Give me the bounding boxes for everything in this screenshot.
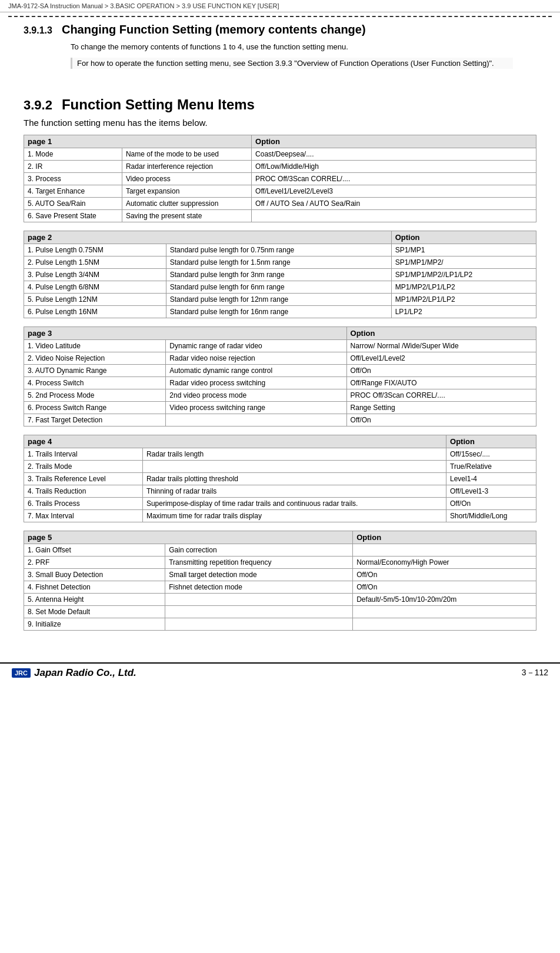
footer: JRC Japan Radio Co., Ltd. 3－112	[0, 662, 560, 682]
row-option: SP1/MP1	[391, 244, 536, 256]
row-desc: Radar interference rejection	[122, 161, 251, 173]
row-option: Off/On	[346, 365, 536, 377]
row-option: Off/Level1/Level2	[346, 352, 536, 365]
row-desc: Target expansion	[122, 185, 251, 198]
row-option: LP1/LP2	[391, 306, 536, 318]
table-row: 5. Antenna Height Default/-5m/5-10m/10-2…	[24, 594, 536, 606]
row-option: PROC Off/3Scan CORREL/....	[346, 389, 536, 402]
table-row: 4. Trails Reduction Thinning of radar tr…	[24, 485, 536, 498]
table-row: 6. Pulse Length 16NM Standard pulse leng…	[24, 306, 536, 318]
row-desc: Small target detection mode	[165, 569, 353, 581]
section-391-title: Changing Function Setting (memory conten…	[62, 23, 366, 36]
page4-option-label: Option	[446, 435, 536, 448]
row-item: 3. Trails Reference Level	[24, 473, 143, 485]
table-row: 8. Set Mode Default	[24, 606, 536, 618]
table-row: 6. Trails Process Superimpose-display of…	[24, 498, 536, 510]
page5-table-section: page 5 Option 1. Gain Offset Gain correc…	[24, 531, 536, 631]
table-row: 3. Process Video process PROC Off/3Scan …	[24, 173, 536, 185]
page1-table: page 1 Option 1. Mode Name of the mode t…	[24, 135, 536, 222]
page1-option-label: Option	[252, 135, 536, 148]
row-item: 7. Max Interval	[24, 510, 143, 522]
row-item: 5. Antenna Height	[24, 594, 165, 606]
page1-header-row: page 1 Option	[24, 135, 536, 148]
row-item: 5. 2nd Process Mode	[24, 389, 166, 402]
row-desc: Standard pulse length for 6nm range	[166, 281, 391, 294]
table-row: 2. Trails Mode True/Relative	[24, 461, 536, 473]
row-desc: Automatic dynamic range control	[166, 365, 346, 377]
row-option: True/Relative	[446, 461, 536, 473]
table-row: 9. Initialize	[24, 618, 536, 631]
row-item: 3. AUTO Dynamic Range	[24, 365, 166, 377]
row-desc	[165, 594, 353, 606]
row-desc: Video process switching range	[166, 402, 346, 414]
page5-label: page 5	[24, 531, 353, 544]
table-row: 5. Pulse Length 12NM Standard pulse leng…	[24, 294, 536, 306]
row-option: Off/Level1/Level2/Level3	[252, 185, 536, 198]
row-desc: 2nd video process mode	[166, 389, 346, 402]
page3-header-row: page 3 Option	[24, 327, 536, 340]
row-item: 4. Target Enhance	[24, 185, 122, 198]
row-desc: Transmitting repetition frequency	[165, 557, 353, 569]
page5-header-row: page 5 Option	[24, 531, 536, 544]
row-item: 6. Save Present State	[24, 210, 122, 222]
section-392-num: 3.9.2	[24, 98, 52, 113]
row-item: 2. Pulse Length 1.5NM	[24, 256, 166, 269]
row-desc: Radar video noise rejection	[166, 352, 346, 365]
row-item: 6. Pulse Length 16NM	[24, 306, 166, 318]
table-row: 7. Fast Target Detection Off/On	[24, 414, 536, 426]
row-desc: Dynamic range of radar video	[166, 340, 346, 352]
row-desc	[142, 461, 446, 473]
row-option: MP1/MP2/LP1/LP2	[391, 294, 536, 306]
row-option: SP1/MP1/MP2//LP1/LP2	[391, 269, 536, 281]
row-option: Off / AUTO Sea / AUTO Sea/Rain	[252, 198, 536, 210]
section-391-para1: To change the memory contents of functio…	[71, 41, 536, 53]
page3-label: page 3	[24, 327, 347, 340]
table-row: 3. Trails Reference Level Radar trails p…	[24, 473, 536, 485]
row-option	[252, 210, 536, 222]
row-option: Normal/Economy/High Power	[353, 557, 536, 569]
row-desc	[165, 618, 353, 631]
page4-header-row: page 4 Option	[24, 435, 536, 448]
row-option	[353, 544, 536, 557]
row-item: 3. Pulse Length 3/4NM	[24, 269, 166, 281]
row-option: Off/15sec/....	[446, 448, 536, 461]
footer-company-name: Japan Radio Co., Ltd.	[34, 667, 136, 679]
footer-page-number: 3－112	[522, 668, 548, 678]
row-option: Off/On	[346, 414, 536, 426]
row-item: 3. Small Buoy Detection	[24, 569, 165, 581]
row-item: 1. Pulse Length 0.75NM	[24, 244, 166, 256]
section-391-header: 3.9.1.3 Changing Function Setting (memor…	[24, 23, 536, 36]
row-item: 2. PRF	[24, 557, 165, 569]
row-desc: Radar trails plotting threshold	[142, 473, 446, 485]
row-option: Off/Range FIX/AUTO	[346, 377, 536, 389]
row-item: 1. Video Latitude	[24, 340, 166, 352]
table-row: 1. Video Latitude Dynamic range of radar…	[24, 340, 536, 352]
row-option: Level1-4	[446, 473, 536, 485]
jrc-badge: JRC	[12, 668, 31, 678]
row-item: 1. Gain Offset	[24, 544, 165, 557]
table-row: 3. Small Buoy Detection Small target det…	[24, 569, 536, 581]
row-desc: Standard pulse length for 1.5nm range	[166, 256, 391, 269]
row-desc: Video process	[122, 173, 251, 185]
row-desc: Name of the mode to be used	[122, 148, 251, 161]
row-item: 4. Process Switch	[24, 377, 166, 389]
row-item: 2. Video Noise Rejection	[24, 352, 166, 365]
row-item: 7. Fast Target Detection	[24, 414, 166, 426]
table-row: 1. Pulse Length 0.75NM Standard pulse le…	[24, 244, 536, 256]
breadcrumb: JMA-9172-SA Instruction Manual > 3.BASIC…	[0, 0, 560, 12]
page1-label: page 1	[24, 135, 252, 148]
table-row: 1. Trails Interval Radar trails length O…	[24, 448, 536, 461]
row-item: 2. Trails Mode	[24, 461, 143, 473]
row-desc	[166, 414, 346, 426]
table-row: 4. Target Enhance Target expansion Off/L…	[24, 185, 536, 198]
row-desc: Radar trails length	[142, 448, 446, 461]
table-row: 3. AUTO Dynamic Range Automatic dynamic …	[24, 365, 536, 377]
row-item: 6. Process Switch Range	[24, 402, 166, 414]
row-item: 4. Pulse Length 6/8NM	[24, 281, 166, 294]
row-option: PROC Off/3Scan CORREL/....	[252, 173, 536, 185]
row-option: MP1/MP2/LP1/LP2	[391, 281, 536, 294]
row-item: 5. Pulse Length 12NM	[24, 294, 166, 306]
row-item: 2. IR	[24, 161, 122, 173]
table-row: 3. Pulse Length 3/4NM Standard pulse len…	[24, 269, 536, 281]
row-item: 3. Process	[24, 173, 122, 185]
